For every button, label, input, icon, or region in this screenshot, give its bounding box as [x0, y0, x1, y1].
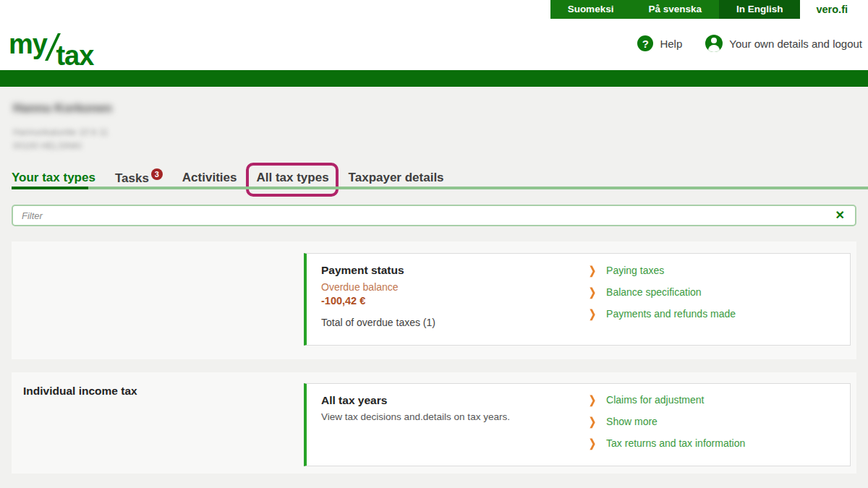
- help-label: Help: [660, 38, 682, 50]
- link-label: Balance specification: [606, 286, 702, 298]
- language-switcher: Suomeksi På svenska In English: [550, 0, 801, 19]
- chevron-right-icon: ❯: [589, 286, 596, 299]
- link-label: Claims for adjustment: [606, 394, 704, 406]
- chevron-right-icon: ❯: [589, 415, 596, 428]
- overdue-taxes-note: Total of overdue taxes (1): [321, 317, 435, 328]
- help-link[interactable]: ? Help: [637, 35, 682, 51]
- active-tab-underline: [12, 187, 88, 189]
- language-in-english[interactable]: In English: [719, 0, 801, 19]
- tab-all-tax-types-label: All tax types: [256, 171, 328, 184]
- payment-status-title: Payment status: [321, 264, 404, 277]
- tab-taxpayer-details[interactable]: Taxpayer details: [349, 168, 444, 187]
- overdue-amount: -100,42 €: [321, 295, 365, 307]
- tab-activities[interactable]: Activities: [182, 168, 237, 187]
- help-icon: ?: [637, 35, 653, 51]
- vero-fi-link[interactable]: vero.fi: [800, 0, 868, 19]
- individual-income-tax-label: Individual income tax: [23, 385, 137, 398]
- payment-status-card: Payment status Overdue balance -100,42 €…: [304, 253, 851, 346]
- chevron-right-icon: ❯: [589, 393, 596, 406]
- payments-refunds-link[interactable]: ❯ Payments and refunds made: [589, 308, 736, 320]
- tab-bar: Your tax types Tasks3 Activities All tax…: [12, 168, 444, 187]
- claims-for-adjustment-link[interactable]: ❯ Claims for adjustment: [589, 394, 704, 406]
- user-name-redacted: Hannu Korkonen: [13, 101, 112, 116]
- tab-your-tax-types[interactable]: Your tax types: [12, 168, 95, 187]
- mytax-logo[interactable]: my/tax: [9, 19, 93, 62]
- logo-text-my: my: [9, 29, 47, 59]
- tab-tasks-label: Tasks: [115, 171, 149, 185]
- account-label: Your own details and logout: [729, 38, 862, 50]
- header-links: ? Help Your own details and logout: [637, 35, 862, 52]
- mytax-page: Suomeksi På svenska In English vero.fi m…: [0, 0, 868, 488]
- show-more-link[interactable]: ❯ Show more: [589, 416, 658, 427]
- user-address-redacted: Hannunkatuntie 10 b 11: [13, 127, 109, 137]
- chevron-right-icon: ❯: [589, 437, 596, 450]
- chevron-right-icon: ❯: [589, 264, 596, 277]
- tab-tasks[interactable]: Tasks3: [115, 168, 163, 187]
- balance-specification-link[interactable]: ❯ Balance specification: [589, 286, 702, 298]
- green-divider-band: [0, 70, 868, 87]
- all-tax-years-card: All tax years View tax decisions and.det…: [304, 383, 851, 466]
- individual-income-tax-section: Individual income tax All tax years View…: [12, 372, 856, 474]
- link-label: Show more: [606, 416, 658, 427]
- filter-input[interactable]: [13, 210, 825, 221]
- tax-returns-information-link[interactable]: ❯ Tax returns and tax information: [589, 437, 745, 449]
- tasks-count-badge: 3: [151, 168, 163, 180]
- user-postal-redacted: 00100 HELSINKI: [13, 141, 82, 151]
- link-label: Tax returns and tax information: [606, 437, 745, 449]
- top-language-bar: Suomeksi På svenska In English vero.fi: [550, 0, 868, 19]
- tabs-underline: [12, 187, 868, 189]
- clear-filter-icon[interactable]: ✕: [825, 206, 855, 225]
- logo-text-tax: tax: [56, 40, 93, 71]
- tab-all-tax-types[interactable]: All tax types: [256, 168, 328, 187]
- person-icon: [705, 35, 723, 52]
- language-suomeksi[interactable]: Suomeksi: [550, 0, 631, 19]
- all-tax-years-title: All tax years: [321, 394, 387, 407]
- link-label: Payments and refunds made: [606, 308, 736, 320]
- overdue-balance-label: Overdue balance: [321, 281, 399, 293]
- chevron-right-icon: ❯: [589, 307, 596, 320]
- all-tax-years-description: View tax decisions and.details on tax ye…: [321, 411, 510, 422]
- payment-status-section: Payment status Overdue balance -100,42 €…: [12, 241, 856, 359]
- account-logout-link[interactable]: Your own details and logout: [705, 35, 862, 52]
- paying-taxes-link[interactable]: ❯ Paying taxes: [589, 265, 664, 276]
- link-label: Paying taxes: [606, 265, 664, 276]
- language-pa-svenska[interactable]: På svenska: [631, 0, 719, 19]
- filter-field: ✕: [12, 205, 856, 226]
